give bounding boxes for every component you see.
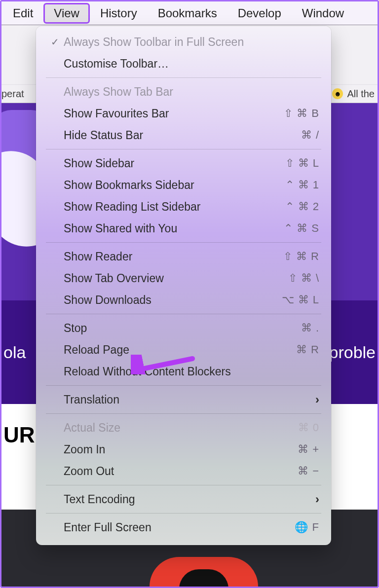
menu-separator [46,242,321,243]
menu-item-text-encoding[interactable]: Text Encoding› [36,488,331,510]
menu-edit[interactable]: Edit [2,3,43,24]
menubar: Edit View History Bookmarks Develop Wind… [1,1,378,25]
menu-item-label: Stop [64,322,301,335]
chevron-right-icon: › [315,393,319,406]
page-headline-fragment: UR [3,423,35,447]
menu-item-actual-size: Actual Size⌘ 0 [36,417,331,439]
menu-item-show-shared-with-you[interactable]: Show Shared with You⌃ ⌘ S [36,218,331,239]
menu-bookmarks[interactable]: Bookmarks [148,3,227,24]
menu-item-shortcut: ⌃ ⌘ S [284,222,319,235]
menu-item-shortcut: ⌘ / [301,129,319,142]
menu-item-label: Show Sidebar [64,157,285,170]
menu-item-label: Customise Toolbar… [64,57,319,71]
menu-develop[interactable]: Develop [227,3,292,24]
menu-item-always-show-tab-bar: Always Show Tab Bar [36,81,331,103]
menu-item-label: Reload Without Content Blockers [64,365,319,378]
menu-separator [46,385,321,386]
menu-item-label: Text Encoding [64,493,315,506]
menu-view[interactable]: View [43,3,90,24]
menu-separator [46,314,321,314]
menu-item-shortcut: ⌘ − [298,465,319,478]
bookmark-fragment-left[interactable]: perat [1,88,24,100]
menu-item-stop[interactable]: Stop⌘ . [36,317,331,339]
menu-separator [46,485,321,485]
menu-item-zoom-out[interactable]: Zoom Out⌘ − [36,460,331,482]
menu-item-shortcut: ⌘ . [301,322,319,334]
menu-item-label: Show Tab Overview [64,272,288,285]
menu-item-label: Hide Status Bar [64,129,301,142]
menu-item-label: Always Show Tab Bar [64,85,319,99]
menu-item-hide-status-bar[interactable]: Hide Status Bar⌘ / [36,124,331,146]
menu-item-shortcut: ⌥ ⌘ L [282,294,319,306]
menu-item-shortcut: ⌃ ⌘ 2 [285,200,319,213]
checkmark-icon: ✓ [51,36,64,48]
menu-item-show-reading-list-sidebar[interactable]: Show Reading List Sidebar⌃ ⌘ 2 [36,196,331,218]
menu-separator [46,513,321,514]
menu-item-shortcut: ⇧ ⌘ L [285,157,319,170]
menu-window[interactable]: Window [292,3,354,24]
bookmark-fragment-right[interactable]: All the [347,88,375,100]
menu-item-label: Show Downloads [64,294,282,307]
menu-item-show-downloads[interactable]: Show Downloads⌥ ⌘ L [36,289,331,311]
menu-item-shortcut: ⌃ ⌘ 1 [285,179,319,191]
page-band-right-text: proble [329,343,376,362]
menu-item-zoom-in[interactable]: Zoom In⌘ + [36,439,331,460]
menu-item-label: Actual Size [64,421,298,435]
view-menu-dropdown: ✓Always Show Toolbar in Full ScreenCusto… [36,26,331,545]
menu-item-reload-without-content-blockers[interactable]: Reload Without Content Blockers [36,361,331,382]
menu-item-label: Reload Page [64,343,296,357]
menu-item-show-favourites-bar[interactable]: Show Favourites Bar⇧ ⌘ B [36,103,331,124]
face-icon: ☻ [332,88,343,99]
menu-item-show-bookmarks-sidebar[interactable]: Show Bookmarks Sidebar⌃ ⌘ 1 [36,174,331,196]
page-band-left-text: ola [3,343,26,362]
menu-item-label: Zoom In [64,443,298,456]
menu-item-label: Show Reading List Sidebar [64,200,285,214]
menu-item-label: Show Favourites Bar [64,107,284,120]
chevron-right-icon: › [315,492,319,506]
menu-item-enter-full-screen[interactable]: Enter Full Screen🌐 F [36,516,331,538]
menu-separator [46,413,321,414]
menu-item-translation[interactable]: Translation› [36,389,331,410]
menu-item-reload-page[interactable]: Reload Page⌘ R [36,339,331,361]
menu-item-customise-toolbar[interactable]: Customise Toolbar… [36,53,331,74]
menu-item-show-reader[interactable]: Show Reader⇧ ⌘ R [36,246,331,267]
menu-item-label: Show Shared with You [64,222,284,235]
menu-item-shortcut: ⌘ R [296,343,319,356]
menu-item-shortcut: ⌘ + [298,443,319,456]
menu-item-always-show-toolbar-in-full-screen: ✓Always Show Toolbar in Full Screen [36,31,331,53]
menu-item-label: Always Show Toolbar in Full Screen [64,36,319,49]
menu-item-shortcut: 🌐 F [295,521,319,534]
menu-item-shortcut: ⇧ ⌘ B [284,107,319,120]
menu-item-show-sidebar[interactable]: Show Sidebar⇧ ⌘ L [36,152,331,174]
menu-item-label: Zoom Out [64,465,298,478]
menu-item-shortcut: ⇧ ⌘ R [283,250,319,263]
menu-item-shortcut: ⇧ ⌘ \ [288,272,319,285]
menu-separator [46,77,321,78]
menu-item-shortcut: ⌘ 0 [298,421,319,434]
menu-separator [46,149,321,149]
menu-item-show-tab-overview[interactable]: Show Tab Overview⇧ ⌘ \ [36,267,331,289]
menu-history[interactable]: History [90,3,148,24]
menu-item-label: Show Reader [64,250,283,263]
menu-item-label: Translation [64,393,315,406]
menu-item-label: Enter Full Screen [64,521,295,534]
menu-item-label: Show Bookmarks Sidebar [64,179,285,192]
